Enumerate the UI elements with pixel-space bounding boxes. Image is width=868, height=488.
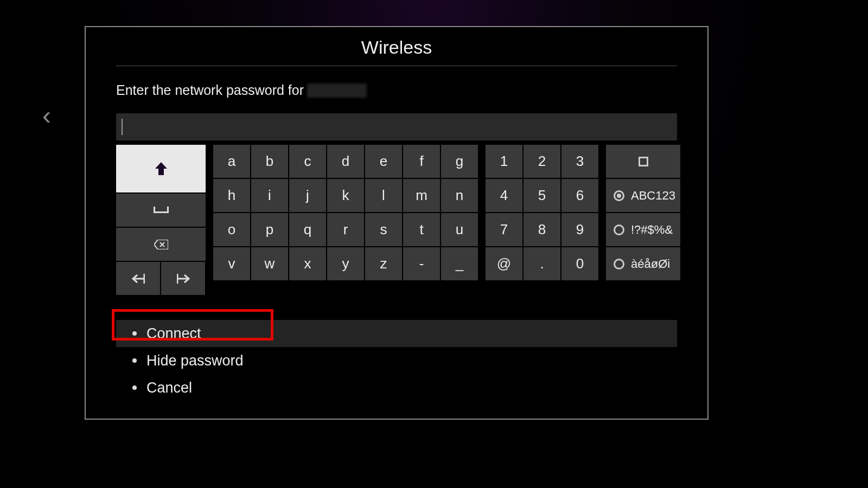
backspace-icon [154,240,168,249]
key-mode-symbols[interactable]: !?#$%& [606,213,680,246]
key-space[interactable] [116,194,206,227]
mode-intl-label: àéåøØi [631,257,670,271]
key-p[interactable]: p [251,213,288,246]
kbd-mode-column: ABC123 !?#$%& àéåøØi [606,145,680,295]
text-cursor-icon [122,119,123,135]
key-v[interactable]: v [213,247,250,280]
key-5[interactable]: 5 [524,179,560,212]
key-s[interactable]: s [365,213,402,246]
key-cursor-left[interactable] [116,262,160,295]
key-period[interactable]: . [524,247,560,280]
key-mode-intl[interactable]: àéåøØi [606,247,680,280]
key-4[interactable]: 4 [486,179,522,212]
cancel-label: Cancel [146,380,192,396]
key-backspace[interactable] [116,228,206,261]
radio-on-icon [614,190,624,201]
key-w[interactable]: w [251,247,288,280]
mode-symbols-label: !?#$%& [631,223,673,237]
key-x[interactable]: x [289,247,326,280]
key-o[interactable]: o [213,213,250,246]
password-prompt: Enter the network password for [116,82,677,98]
bullet-icon [132,358,137,363]
key-m[interactable]: m [403,179,440,212]
hide-password-button[interactable]: Hide password [116,347,677,374]
hide-label: Hide password [146,352,244,369]
key-7[interactable]: 7 [486,213,522,246]
dialog-actions: Connect Hide password Cancel [116,320,677,401]
back-chevron-icon: ‹ [42,100,51,130]
key-hyphen[interactable]: - [403,247,440,280]
bullet-icon [132,386,137,390]
onscreen-keyboard: abcdefg hijklmn opqrstu vwxyz-_ 123 456 … [116,145,677,295]
key-n[interactable]: n [441,179,478,212]
key-j[interactable]: j [289,179,326,212]
key-at[interactable]: @ [486,247,522,280]
key-u[interactable]: u [441,213,478,246]
key-g[interactable]: g [441,145,478,178]
connect-label: Connect [146,325,201,342]
bullet-icon [132,331,137,336]
key-mode-caps[interactable] [606,145,680,178]
key-9[interactable]: 9 [561,213,598,246]
key-8[interactable]: 8 [524,213,560,246]
key-6[interactable]: 6 [561,179,598,212]
password-input[interactable] [116,113,677,140]
kbd-control-column [116,145,206,295]
radio-off-icon [614,259,624,269]
key-i[interactable]: i [251,179,288,212]
key-h[interactable]: h [213,179,250,212]
key-underscore[interactable]: _ [441,247,478,280]
ssid-redacted [307,84,367,98]
kbd-num-column: 123 456 789 @.0 [486,145,598,295]
space-icon [154,207,169,214]
key-l[interactable]: l [365,179,402,212]
dialog-title: Wireless [116,37,677,66]
mode-alnum-label: ABC123 [631,189,675,203]
key-3[interactable]: 3 [561,145,598,178]
key-d[interactable]: d [327,145,364,178]
key-2[interactable]: 2 [524,145,560,178]
prompt-text: Enter the network password for [116,82,304,98]
key-q[interactable]: q [289,213,326,246]
key-e[interactable]: e [365,145,402,178]
key-f[interactable]: f [403,145,440,178]
key-1[interactable]: 1 [486,145,522,178]
key-b[interactable]: b [251,145,288,178]
radio-off-icon [614,224,624,235]
cancel-button[interactable]: Cancel [116,374,677,401]
key-t[interactable]: t [403,213,440,246]
cursor-right-icon [177,274,190,284]
key-0[interactable]: 0 [561,247,598,280]
square-shift-icon [639,157,648,166]
shift-arrow-icon [155,162,167,175]
wireless-password-dialog: Wireless Enter the network password for [85,26,709,420]
cursor-left-icon [132,274,145,284]
key-a[interactable]: a [213,145,250,178]
key-c[interactable]: c [289,145,326,178]
key-mode-alnum[interactable]: ABC123 [606,179,680,212]
key-shift[interactable] [116,145,206,192]
key-k[interactable]: k [327,179,364,212]
kbd-alpha-column: abcdefg hijklmn opqrstu vwxyz-_ [213,145,478,295]
key-y[interactable]: y [327,247,364,280]
key-r[interactable]: r [327,213,364,246]
key-cursor-right[interactable] [161,262,205,295]
connect-button[interactable]: Connect [116,320,677,347]
key-z[interactable]: z [365,247,402,280]
